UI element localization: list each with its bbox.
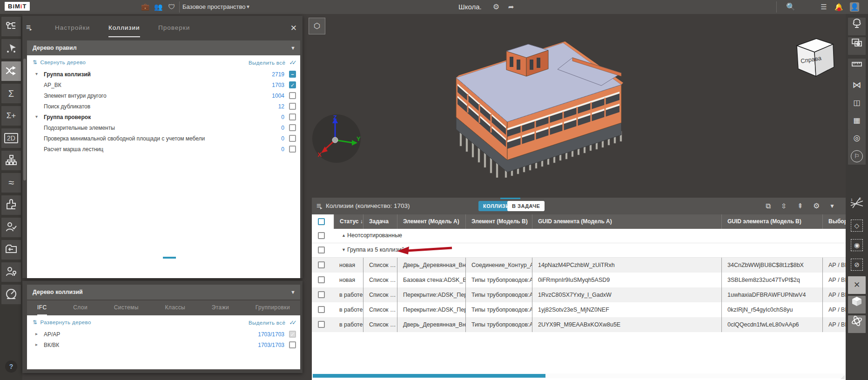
- tab-checks[interactable]: Проверки: [158, 16, 190, 37]
- floor-plan-icon[interactable]: ▦: [848, 112, 866, 129]
- user-account-icon[interactable]: 👤: [850, 2, 859, 12]
- select-all-checkbox[interactable]: [318, 218, 325, 225]
- workspace-selector[interactable]: Базовое пространство: [182, 0, 246, 14]
- charts-icon[interactable]: ≈: [1, 173, 21, 193]
- project-settings-gear-icon[interactable]: ⚙: [490, 0, 502, 14]
- plugins-icon[interactable]: [1, 195, 21, 215]
- table-group-row[interactable]: ▲Неотсортированные: [312, 229, 846, 243]
- scheme-icon[interactable]: [1, 151, 21, 170]
- tree-item[interactable]: Поиск дубликатов12: [27, 101, 300, 112]
- tree-item[interactable]: Расчет марша лестниц0: [27, 144, 300, 155]
- copy-icon[interactable]: ⧉: [766, 198, 771, 214]
- row-checkbox[interactable]: [318, 306, 325, 313]
- tree-item-checkbox[interactable]: [289, 135, 296, 142]
- user-location-icon[interactable]: [1, 262, 21, 282]
- tree-item-checkbox[interactable]: [289, 341, 296, 348]
- tree-item[interactable]: ▾Группа коллизий2719−: [27, 69, 300, 80]
- table-row[interactable]: в работеСписок …Перекрытие:ADSK_Перекрыт…: [312, 302, 846, 317]
- tree-item-checkbox[interactable]: [289, 124, 296, 131]
- shaded-view-icon[interactable]: [848, 296, 866, 313]
- select-all-link[interactable]: Выделить всё✓✓: [249, 319, 295, 326]
- team-icon[interactable]: 👥: [152, 0, 165, 14]
- collision-tree-tab-слои[interactable]: Слои: [73, 300, 87, 315]
- in-task-toggle-button[interactable]: В ЗАДАЧЕ: [507, 201, 545, 211]
- tree-item-checkbox[interactable]: [289, 113, 296, 120]
- column-task[interactable]: Задача: [363, 214, 397, 229]
- shield-status-icon[interactable]: 🛡: [166, 0, 178, 14]
- chevron-down-icon[interactable]: ▼: [829, 198, 835, 214]
- sum-add-icon[interactable]: Σ+: [1, 106, 21, 126]
- measure-ruler-icon[interactable]: [848, 59, 866, 76]
- collision-tree-tab-классы[interactable]: Классы: [165, 300, 185, 315]
- rules-tree-header[interactable]: Дерево правил ▼: [27, 40, 300, 55]
- chevron-down-icon[interactable]: ▼: [290, 40, 296, 55]
- table-group-row[interactable]: ▼Группа из 5 коллизий: [312, 243, 846, 258]
- tree-item-checkbox[interactable]: ✓: [289, 81, 296, 88]
- tree-item[interactable]: Элемент внтури другого1004: [27, 91, 300, 101]
- table-row[interactable]: новаяСписок …Базовая стена:ADSK_Внутренн…: [312, 273, 846, 287]
- collision-tree-tab-группировки[interactable]: Группировки: [256, 300, 290, 315]
- tree-item[interactable]: Проверка минимальной свободной площади с…: [27, 133, 300, 144]
- menu-list-icon[interactable]: ☰: [818, 0, 830, 14]
- table-menu-icon[interactable]: ≡▸: [316, 202, 323, 211]
- tree-expand-icon[interactable]: ▾: [35, 114, 38, 119]
- view-2d-icon[interactable]: 2D: [1, 128, 21, 148]
- rules-tree-icon[interactable]: [1, 17, 21, 36]
- tree-item[interactable]: АР_ВК1703✓: [27, 80, 300, 91]
- user-check-icon[interactable]: [1, 218, 21, 237]
- table-row[interactable]: в работеСписок …Перекрытие:ADSK_Перекрыт…: [312, 287, 846, 302]
- tree-item[interactable]: Подозрительные элементы0: [27, 123, 300, 133]
- hide-element-icon[interactable]: ⊘: [848, 256, 866, 273]
- tree-item-checkbox[interactable]: [289, 103, 296, 110]
- group-expand-icon[interactable]: ▲: [342, 233, 346, 238]
- collision-tree-header[interactable]: Дерево коллизий ▼: [27, 285, 300, 300]
- axis-gizmo[interactable]: Z Y X: [311, 113, 362, 164]
- tree-item-checkbox[interactable]: ✓: [289, 331, 296, 338]
- tree-item-checkbox[interactable]: [289, 92, 296, 99]
- flag-icon[interactable]: ⚐: [848, 147, 866, 165]
- viewport-focus-icon[interactable]: ⬡: [309, 18, 325, 34]
- chevron-down-icon[interactable]: ▼: [290, 285, 296, 300]
- group-expand-icon[interactable]: ▼: [342, 247, 346, 252]
- clear-selection-icon[interactable]: ✕: [848, 276, 866, 294]
- tree-expand-icon[interactable]: ▸: [35, 331, 38, 336]
- tree-item-checkbox[interactable]: [289, 146, 296, 153]
- notifications-bell-icon[interactable]: 🔔: [833, 0, 845, 14]
- row-checkbox[interactable]: [318, 291, 325, 298]
- collision-tree-tab-этажи[interactable]: Этажи: [212, 300, 229, 315]
- table-row[interactable]: новаяСписок …Дверь_Деревянная_Внутренняя…: [312, 258, 846, 273]
- column-guid-a[interactable]: GUID элемента (Модель A): [532, 214, 721, 229]
- column-status[interactable]: Статус ↓: [334, 214, 363, 229]
- briefcase-icon[interactable]: 💼: [139, 0, 152, 14]
- building-model[interactable]: [368, 24, 638, 178]
- select-cursor-icon[interactable]: [1, 39, 21, 59]
- row-checkbox[interactable]: [318, 232, 325, 239]
- select-all-link[interactable]: Выделить всё✓✓: [249, 59, 295, 66]
- tree-item-checkbox[interactable]: −: [289, 71, 296, 78]
- collision-check-icon[interactable]: [1, 61, 21, 81]
- row-checkbox[interactable]: [318, 261, 325, 268]
- chevron-down-icon[interactable]: ▼: [246, 0, 250, 14]
- table-row[interactable]: в работеСписок …Дверь_Деревянная_Внутрен…: [312, 317, 846, 332]
- orbit-mode-icon[interactable]: [848, 315, 866, 333]
- section-plane-icon[interactable]: ⋈: [848, 76, 866, 94]
- help-button[interactable]: ?: [5, 360, 17, 373]
- section-box-icon[interactable]: ◫: [848, 94, 866, 112]
- collapse-rows-icon[interactable]: ⇞: [797, 198, 803, 214]
- export-folder-icon[interactable]: [1, 240, 21, 260]
- panel-scrollbar[interactable]: [23, 59, 26, 180]
- collision-tree-tab-ifc[interactable]: IFC: [37, 300, 47, 315]
- dashboard-gauge-icon[interactable]: [1, 285, 21, 304]
- table-horizontal-scrollbar[interactable]: [312, 373, 846, 378]
- isolate-element-icon[interactable]: ◇: [848, 217, 866, 234]
- row-checkbox[interactable]: [318, 276, 325, 283]
- panel-menu-icon[interactable]: ≡▸: [26, 23, 33, 33]
- row-checkbox[interactable]: [318, 321, 325, 328]
- show-element-icon[interactable]: ◉: [848, 236, 866, 254]
- table-settings-gear-icon[interactable]: ⚙: [813, 198, 820, 214]
- coordination-axes-icon[interactable]: 12: [848, 196, 866, 214]
- share-icon[interactable]: ➦: [505, 0, 517, 14]
- project-tree-icon[interactable]: [848, 18, 866, 35]
- tree-expand-icon[interactable]: ▾: [35, 71, 38, 76]
- search-icon[interactable]: 🔍: [785, 0, 797, 14]
